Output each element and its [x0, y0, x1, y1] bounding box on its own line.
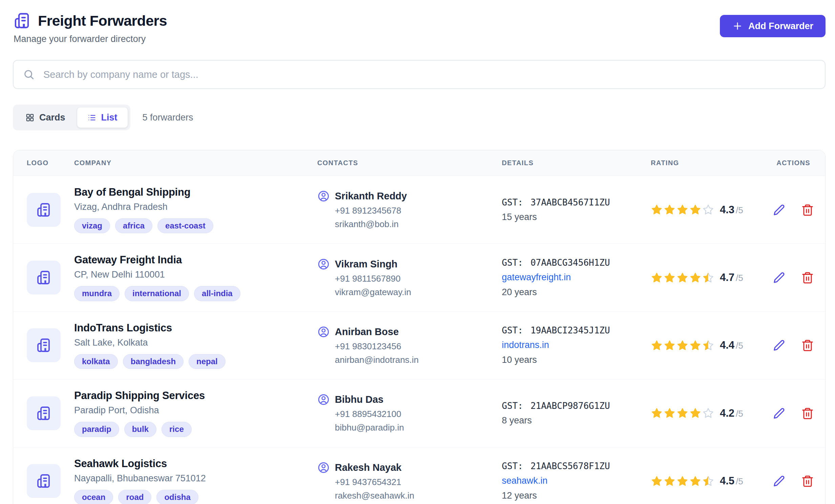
- table-header: LOGO COMPANY CONTACTS DETAILS RATING ACT…: [13, 150, 825, 176]
- column-header-actions: ACTIONS: [773, 159, 825, 167]
- website-link[interactable]: indotrans.in: [502, 340, 651, 350]
- contact-email: anirban@indotrans.in: [335, 355, 502, 365]
- gst-number: 21AABCS5678F1ZU: [531, 461, 610, 471]
- rating-text: 4.2/5: [720, 407, 743, 419]
- grid-icon: [25, 113, 35, 122]
- delete-button[interactable]: [801, 339, 814, 352]
- contact-cell: Bibhu Das +91 8895432100 bibhu@paradip.i…: [317, 393, 502, 433]
- rating-text: 4.5/5: [720, 475, 743, 487]
- tag-pill: road: [118, 490, 151, 504]
- delete-button[interactable]: [801, 407, 814, 420]
- logo-cell: [13, 328, 74, 362]
- rating-cell: 4.4/5: [651, 339, 773, 351]
- list-view-button[interactable]: List: [77, 107, 128, 128]
- logo-cell: [13, 260, 74, 294]
- contact-email: bibhu@paradip.in: [335, 422, 502, 433]
- star-rating: [651, 204, 714, 216]
- edit-button[interactable]: [773, 271, 786, 284]
- search-input[interactable]: [13, 60, 826, 89]
- details-cell: GST: 19AABCI2345J1ZU indotrans.in 10 yea…: [502, 325, 651, 365]
- company-location: Paradip Port, Odisha: [74, 405, 304, 416]
- tag-pill: bulk: [124, 422, 157, 437]
- tag-pill: east-coast: [158, 218, 213, 233]
- website-link[interactable]: seahawk.in: [502, 476, 651, 486]
- page-header: Freight Forwarders Manage your forwarder…: [13, 12, 826, 44]
- experience-years: 12 years: [502, 490, 651, 501]
- company-location: Vizag, Andhra Pradesh: [74, 202, 304, 212]
- page-subtitle: Manage your forwarder directory: [14, 34, 167, 44]
- contact-cell: Rakesh Nayak +91 9437654321 rakesh@seaha…: [317, 461, 502, 501]
- company-name: Gateway Freight India: [74, 254, 304, 266]
- contact-email: rakesh@seahawk.in: [335, 490, 502, 501]
- forwarders-table: LOGO COMPANY CONTACTS DETAILS RATING ACT…: [13, 150, 826, 504]
- company-name: IndoTrans Logistics: [74, 322, 304, 334]
- rating-denominator: /5: [736, 273, 743, 283]
- logo-cell: [13, 193, 74, 227]
- building-icon: [13, 12, 31, 30]
- gst-label: GST:: [502, 197, 523, 208]
- experience-years: 10 years: [502, 355, 651, 365]
- contact-name: Rakesh Nayak: [335, 462, 402, 473]
- rating-value: 4.7: [720, 271, 734, 283]
- actions-cell: [773, 407, 826, 420]
- rating-cell: 4.5/5: [651, 475, 773, 487]
- company-name: Seahawk Logistics: [74, 458, 304, 470]
- company-logo: [27, 464, 61, 498]
- delete-button[interactable]: [801, 475, 814, 487]
- add-forwarder-button[interactable]: Add Forwarder: [720, 15, 826, 37]
- company-location: Salt Lake, Kolkata: [74, 337, 304, 348]
- company-cell: IndoTrans Logistics Salt Lake, Kolkata k…: [74, 322, 317, 369]
- column-header-logo: LOGO: [13, 159, 74, 167]
- column-header-rating: RATING: [651, 159, 773, 167]
- tag-pill: nepal: [189, 354, 225, 369]
- tag-pill: ocean: [74, 490, 113, 504]
- add-forwarder-label: Add Forwarder: [748, 21, 813, 31]
- tag-list: paradipbulkrice: [74, 422, 304, 437]
- gst-label: GST:: [502, 401, 523, 411]
- contact-name: Vikram Singh: [335, 258, 398, 270]
- edit-button[interactable]: [773, 339, 786, 352]
- actions-cell: [773, 339, 826, 352]
- company-location: CP, New Delhi 110001: [74, 269, 304, 280]
- rating-denominator: /5: [736, 408, 743, 419]
- title-block: Freight Forwarders Manage your forwarder…: [13, 12, 167, 44]
- view-toggle: Cards List: [13, 105, 130, 130]
- tag-pill: vizag: [74, 218, 110, 233]
- rating-denominator: /5: [736, 205, 743, 215]
- tag-pill: bangladesh: [123, 354, 184, 369]
- table-row: Seahawk Logistics Nayapalli, Bhubaneswar…: [13, 447, 825, 504]
- plus-icon: [732, 21, 743, 31]
- delete-button[interactable]: [801, 204, 814, 216]
- experience-years: 15 years: [502, 212, 651, 223]
- rating-denominator: /5: [736, 340, 743, 351]
- contact-cell: Srikanth Reddy +91 8912345678 srikanth@b…: [317, 190, 502, 230]
- website-link[interactable]: gatewayfreight.in: [502, 272, 651, 282]
- user-icon: [317, 393, 330, 406]
- star-rating: [651, 339, 714, 351]
- tag-pill: paradip: [74, 422, 119, 437]
- rating-cell: 4.7/5: [651, 271, 773, 284]
- table-row: IndoTrans Logistics Salt Lake, Kolkata k…: [13, 311, 825, 379]
- table-row: Gateway Freight India CP, New Delhi 1100…: [13, 244, 825, 311]
- star-rating: [651, 475, 714, 487]
- rating-value: 4.2: [720, 407, 734, 419]
- rating-value: 4.5: [720, 475, 734, 487]
- tag-pill: all-india: [194, 286, 240, 301]
- edit-button[interactable]: [773, 475, 786, 487]
- actions-cell: [773, 271, 826, 284]
- contact-email: srikanth@bob.in: [335, 219, 502, 230]
- tag-list: kolkatabangladeshnepal: [74, 354, 304, 369]
- contact-name: Bibhu Das: [335, 394, 383, 405]
- contact-phone: +91 9437654321: [335, 477, 502, 487]
- user-icon: [317, 461, 330, 474]
- gst-number: 07AABCG3456H1ZU: [531, 257, 610, 268]
- edit-button[interactable]: [773, 204, 786, 216]
- rating-value: 4.4: [720, 339, 734, 351]
- column-header-company: COMPANY: [74, 159, 317, 167]
- company-cell: Paradip Shipping Services Paradip Port, …: [74, 390, 317, 437]
- edit-button[interactable]: [773, 407, 786, 420]
- rating-value: 4.3: [720, 204, 734, 216]
- company-logo: [27, 193, 61, 227]
- delete-button[interactable]: [801, 271, 814, 284]
- cards-view-button[interactable]: Cards: [15, 107, 76, 128]
